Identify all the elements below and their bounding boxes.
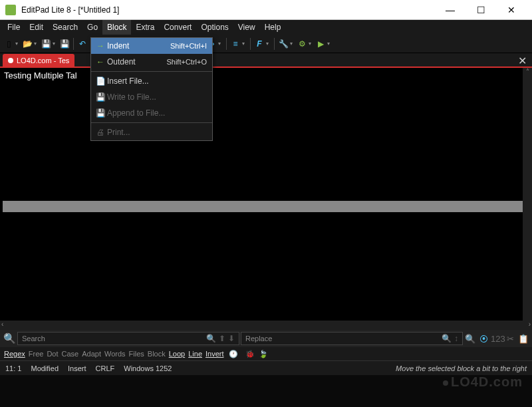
menu-item-label: Outdent: [107, 57, 166, 67]
bug-icon[interactable]: 🐞: [245, 350, 255, 358]
dropdown-icon[interactable]: ▾: [34, 41, 39, 47]
menu-item-label: Print...: [107, 128, 207, 137]
opt-regex[interactable]: Regex: [3, 350, 27, 358]
leaf-icon[interactable]: 🍃: [259, 350, 268, 358]
opt-free[interactable]: Free: [27, 350, 45, 358]
menu-search[interactable]: Search: [48, 20, 82, 35]
menu-convert[interactable]: Convert: [159, 20, 196, 35]
toolbar: ▯▾ 📂▾ 💾▾ 💾 ↶ ↷ ✂ 📋 📋▾ 🔍 ⚙ ★▾ ➜▾ ≡▾ F▾ 🔧▾…: [0, 35, 532, 53]
macro-icons: 🐞 🍃: [245, 350, 268, 358]
clock-icon[interactable]: 🕐: [229, 350, 238, 358]
undo-icon[interactable]: ↶: [76, 37, 88, 51]
opt-invert[interactable]: Invert: [204, 350, 225, 358]
menu-help[interactable]: Help: [260, 20, 286, 35]
save-file-icon[interactable]: 💾: [40, 37, 52, 51]
dropdown-icon[interactable]: ▾: [266, 41, 271, 47]
dropdown-icon[interactable]: ▾: [15, 41, 21, 47]
status-bar: 11: 1 Modified Insert CRLF Windows 1252 …: [0, 360, 532, 375]
highlight-icon[interactable]: ⦿: [477, 334, 489, 344]
app-icon: [5, 5, 16, 15]
opt-case[interactable]: Case: [61, 350, 80, 358]
dropdown-icon[interactable]: ▾: [290, 41, 295, 47]
separator: [73, 38, 74, 50]
search-input[interactable]: Search 🔍⬆⬇: [17, 332, 239, 345]
replace-one-icon[interactable]: 🔍: [442, 334, 452, 343]
file-icon: 📄: [94, 76, 107, 86]
dropdown-icon[interactable]: ▾: [242, 41, 247, 47]
dropdown-icon[interactable]: ▾: [309, 41, 314, 47]
close-button[interactable]: ✕: [496, 0, 527, 20]
menu-item-label: Insert File...: [107, 76, 207, 86]
modified-dot-icon: [8, 58, 13, 63]
status-insert[interactable]: Insert: [68, 364, 86, 372]
scroll-up-icon[interactable]: ˄: [523, 68, 532, 77]
run-icon[interactable]: ▶: [315, 37, 327, 51]
scroll-right-icon[interactable]: ›: [529, 321, 531, 330]
print-icon: 🖨: [94, 128, 107, 137]
horizontal-scrollbar[interactable]: ‹›: [0, 321, 532, 330]
open-file-icon[interactable]: 📂: [21, 37, 33, 51]
font-icon[interactable]: F: [253, 37, 265, 51]
cut-result-icon[interactable]: ✂: [504, 334, 516, 344]
menu-item-shortcut: Shift+Ctrl+O: [166, 58, 207, 66]
menu-options[interactable]: Options: [196, 20, 233, 35]
history-icon[interactable]: 🔍: [464, 334, 476, 344]
opt-words[interactable]: Words: [103, 350, 127, 358]
dropdown-icon[interactable]: ▾: [218, 41, 223, 47]
menu-write-to-file: 💾 Write to File...: [91, 89, 212, 105]
opt-block[interactable]: Block: [146, 350, 167, 358]
config-icon[interactable]: ⚙: [296, 37, 308, 51]
menu-view[interactable]: View: [233, 20, 260, 35]
window-title: EditPad Lite 8 - [*Untitled 1]: [21, 5, 435, 15]
menu-outdent[interactable]: ← Outdent Shift+Ctrl+O: [91, 54, 212, 70]
title-bar: EditPad Lite 8 - [*Untitled 1] — ☐ ✕: [0, 0, 532, 20]
opt-files[interactable]: Files: [128, 350, 146, 358]
maximize-button[interactable]: ☐: [466, 0, 496, 20]
replace-all-icon[interactable]: ↕: [454, 334, 458, 343]
menu-go[interactable]: Go: [82, 20, 102, 35]
disk-icon: 💾: [94, 108, 107, 118]
search-next-icon[interactable]: ⬇: [228, 334, 235, 343]
status-position: 11: 1: [5, 364, 21, 372]
menu-bar: File Edit Search Go Block Extra Convert …: [0, 20, 532, 35]
status-eol[interactable]: CRLF: [96, 364, 115, 372]
menu-block[interactable]: Block: [102, 20, 131, 35]
separator: [226, 38, 227, 50]
replace-placeholder: Replace: [245, 335, 272, 342]
menu-insert-file[interactable]: 📄 Insert File...: [91, 73, 212, 89]
new-file-icon[interactable]: ▯: [3, 37, 15, 51]
menu-append-to-file: 💾 Append to File...: [91, 105, 212, 121]
opt-dot[interactable]: Dot: [45, 350, 59, 358]
indent-icon[interactable]: ≡: [229, 37, 241, 51]
menu-edit[interactable]: Edit: [25, 20, 48, 35]
save-all-icon[interactable]: 💾: [59, 37, 70, 51]
menu-file[interactable]: File: [3, 20, 25, 35]
dropdown-icon[interactable]: ▾: [53, 41, 58, 47]
tools-icon[interactable]: 🔧: [277, 37, 289, 51]
scroll-left-icon[interactable]: ‹: [1, 321, 3, 330]
tab-close-button[interactable]: ✕: [518, 55, 527, 67]
search-options-bar: Regex Free Dot Case Adapt Words Files Bl…: [0, 347, 532, 360]
outdent-icon: ←: [94, 57, 107, 67]
opt-line[interactable]: Line: [187, 350, 203, 358]
menu-item-label: Write to File...: [107, 92, 207, 102]
menu-indent[interactable]: → Indent Shift+Ctrl+I: [91, 38, 212, 54]
search-icon[interactable]: 🔍: [3, 333, 16, 344]
opt-adapt[interactable]: Adapt: [80, 350, 102, 358]
document-tab[interactable]: LO4D.com - Tes: [3, 54, 74, 67]
minimize-button[interactable]: —: [435, 0, 466, 20]
watermark: LO4D.com: [443, 374, 523, 390]
status-encoding[interactable]: Windows 1252: [124, 364, 172, 372]
replace-input[interactable]: Replace 🔍↕: [241, 332, 463, 345]
opt-loop[interactable]: Loop: [168, 350, 186, 358]
menu-item-shortcut: Shift+Ctrl+I: [170, 42, 207, 50]
search-prev-icon[interactable]: ⬆: [219, 334, 225, 343]
copy-result-icon[interactable]: 📋: [517, 334, 529, 344]
vertical-scrollbar[interactable]: ˄: [523, 68, 532, 321]
menu-extra[interactable]: Extra: [131, 20, 159, 35]
search-down-icon[interactable]: 🔍: [206, 334, 216, 343]
count-icon[interactable]: 123: [491, 334, 503, 344]
dropdown-icon[interactable]: ▾: [327, 41, 332, 47]
editor-area[interactable]: Testing Multiple Tal ˄: [0, 68, 532, 321]
menu-item-label: Append to File...: [107, 108, 207, 118]
